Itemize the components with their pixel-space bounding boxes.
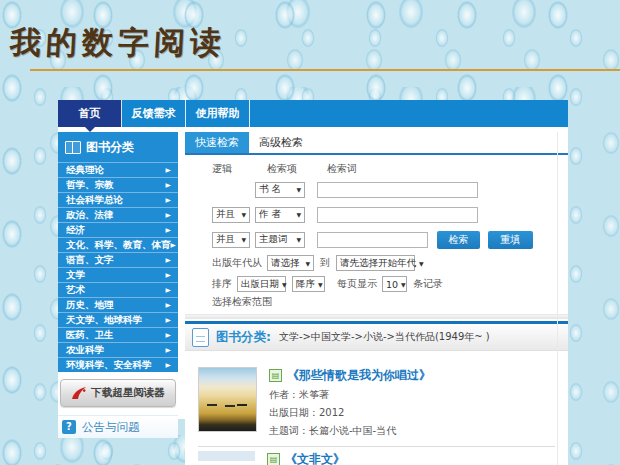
year-to-select[interactable]: 请先选择开始年代▼ bbox=[336, 255, 415, 271]
sidebar-header-label: 图书分类 bbox=[86, 139, 134, 156]
chevron-down-icon: ▼ bbox=[241, 211, 246, 218]
nav-tab-help[interactable]: 使用帮助 bbox=[186, 100, 250, 127]
chevron-right-icon: ▶ bbox=[166, 329, 171, 341]
chevron-right-icon: ▶ bbox=[166, 299, 171, 311]
chevron-down-icon: ▼ bbox=[241, 236, 246, 243]
app-panel: 首页 反馈需求 使用帮助 图书分类 经典理论▶ 哲学、宗教▶ 社会科学总论▶ 政… bbox=[58, 100, 568, 419]
sidebar-item-culture-science-edu-sports[interactable]: 文化、科学、教育、体育▶ bbox=[58, 237, 178, 252]
chevron-right-icon: ▶ bbox=[166, 269, 171, 281]
book-title-link[interactable]: 《那些情歌是我为你唱过》 bbox=[287, 367, 431, 384]
publication-year-row: 出版年代从 请选择▼ 到 请先选择开始年代▼ bbox=[185, 252, 568, 274]
tab-advanced-search[interactable]: 高级检索 bbox=[249, 132, 313, 153]
page-title: 我的数字阅读 bbox=[9, 22, 227, 64]
sidebar-item-history-geography[interactable]: 历史、地理▶ bbox=[58, 297, 178, 312]
sidebar-item-agriculture[interactable]: 农业科学▶ bbox=[58, 342, 178, 357]
chevron-down-icon: ▼ bbox=[318, 281, 323, 288]
sidebar-item-literature[interactable]: 文学▶ bbox=[58, 267, 178, 282]
chevron-down-icon: ▼ bbox=[296, 186, 301, 193]
search-term-input-1[interactable] bbox=[317, 182, 478, 198]
sidebar-header: 图书分类 bbox=[58, 132, 178, 162]
book-cover-thumbnail[interactable] bbox=[198, 451, 255, 461]
book-author: 作者：米筝著 bbox=[269, 388, 431, 402]
top-navbar: 首页 反馈需求 使用帮助 bbox=[58, 100, 568, 127]
gold-divider bbox=[30, 69, 620, 71]
year-from-label: 出版年代从 bbox=[212, 256, 262, 270]
chevron-down-icon: ▼ bbox=[282, 281, 287, 288]
chevron-right-icon: ▶ bbox=[166, 314, 171, 326]
results-header: 图书分类: 文学->中国文学->小说->当代作品(1949年~ ) bbox=[185, 324, 568, 351]
sort-order-select[interactable]: 降序▼ bbox=[292, 276, 325, 292]
quick-search-form: 逻辑 检索项 检索词 书 名▼ 并且▼ 作 者▼ 并且▼ 主题词▼ bbox=[185, 155, 568, 310]
sidebar-item-language[interactable]: 语言、文字▶ bbox=[58, 252, 178, 267]
search-term-input-3[interactable] bbox=[317, 232, 428, 248]
book-cover-thumbnail[interactable] bbox=[198, 367, 257, 432]
read-online-icon[interactable]: ▤ bbox=[267, 453, 280, 465]
scope-link[interactable]: 选择检索范围 bbox=[212, 295, 272, 309]
year-from-select[interactable]: 请选择▼ bbox=[267, 255, 314, 271]
download-reader-label: 下载超星阅读器 bbox=[91, 386, 165, 400]
sidebar-item-economy[interactable]: 经济▶ bbox=[58, 222, 178, 237]
chevron-down-icon: ▼ bbox=[296, 211, 301, 218]
chevron-right-icon: ▶ bbox=[166, 284, 171, 296]
sidebar-item-social-science[interactable]: 社会科学总论▶ bbox=[58, 192, 178, 207]
book-list: ▤ 《那些情歌是我为你唱过》 作者：米筝著 出版日期：2012 主题词：长篇小说… bbox=[185, 351, 568, 465]
read-online-icon[interactable]: ▤ bbox=[269, 369, 282, 382]
chevron-right-icon: ▶ bbox=[166, 359, 171, 371]
field-select-subject[interactable]: 主题词▼ bbox=[255, 232, 305, 248]
search-row-1: 书 名▼ bbox=[185, 177, 568, 202]
logic-select-3[interactable]: 并且▼ bbox=[212, 232, 250, 248]
search-term-input-2[interactable] bbox=[317, 207, 478, 223]
logic-column-header: 逻辑 bbox=[212, 162, 267, 176]
chevron-right-icon: ▶ bbox=[166, 209, 171, 221]
nav-tab-feedback[interactable]: 反馈需求 bbox=[122, 100, 186, 127]
book-pub-date: 出版日期：2012 bbox=[269, 406, 431, 420]
question-icon: ? bbox=[62, 420, 76, 434]
year-to-label: 到 bbox=[320, 256, 330, 270]
chevron-down-icon: ▼ bbox=[401, 281, 406, 288]
main-content: 快速检索 高级检索 逻辑 检索项 检索词 书 名▼ 并且▼ 作 者▼ bbox=[185, 132, 568, 465]
sidebar-item-art[interactable]: 艺术▶ bbox=[58, 282, 178, 297]
sort-by-select[interactable]: 出版日期▼ bbox=[237, 276, 286, 292]
chevron-right-icon: ▶ bbox=[166, 224, 171, 236]
sidebar-item-classic-theory[interactable]: 经典理论▶ bbox=[58, 162, 178, 177]
field-select-title[interactable]: 书 名▼ bbox=[255, 182, 305, 198]
sidebar-item-environment-safety[interactable]: 环境科学、安全科学▶ bbox=[58, 357, 178, 372]
list-item: ▤ 《那些情歌是我为你唱过》 作者：米筝著 出版日期：2012 主题词：长篇小说… bbox=[198, 367, 568, 438]
sidebar-item-politics-law[interactable]: 政治、法律▶ bbox=[58, 207, 178, 222]
chevron-right-icon: ▶ bbox=[166, 179, 171, 191]
search-row-3: 并且▼ 主题词▼ 检索 重填 bbox=[185, 227, 568, 252]
search-tabs: 快速检索 高级检索 bbox=[185, 132, 568, 155]
results-category-label: 图书分类: bbox=[216, 329, 271, 346]
document-icon bbox=[192, 328, 209, 347]
chevron-right-icon: ▶ bbox=[166, 344, 171, 356]
book-icon bbox=[65, 141, 81, 154]
list-item: ▤ 《文非文》 bbox=[198, 451, 568, 465]
content-right-divider bbox=[557, 132, 558, 465]
chevron-right-icon: ▶ bbox=[166, 164, 171, 176]
search-button[interactable]: 检索 bbox=[437, 231, 480, 249]
book-subject: 主题词：长篇小说-中国-当代 bbox=[269, 424, 431, 438]
search-row-2: 并且▼ 作 者▼ bbox=[185, 202, 568, 227]
chevron-right-icon: ▶ bbox=[166, 194, 171, 206]
field-select-author[interactable]: 作 者▼ bbox=[255, 207, 305, 223]
sidebar: 图书分类 经典理论▶ 哲学、宗教▶ 社会科学总论▶ 政治、法律▶ 经济▶ 文化、… bbox=[58, 132, 178, 465]
chevron-right-icon: ▶ bbox=[166, 254, 171, 266]
sort-label: 排序 bbox=[212, 277, 232, 291]
chevron-down-icon: ▼ bbox=[419, 260, 424, 267]
book-title-link[interactable]: 《文非文》 bbox=[285, 451, 345, 465]
per-page-label: 每页显示 bbox=[337, 277, 377, 291]
sidebar-item-astronomy-earth[interactable]: 天文学、地球科学▶ bbox=[58, 312, 178, 327]
sidebar-item-philosophy-religion[interactable]: 哲学、宗教▶ bbox=[58, 177, 178, 192]
sidebar-item-medicine-health[interactable]: 医药、卫生▶ bbox=[58, 327, 178, 342]
chevron-down-icon: ▼ bbox=[305, 260, 310, 267]
chevron-right-icon: ▶ bbox=[171, 239, 176, 251]
per-page-select[interactable]: 10▼ bbox=[382, 276, 407, 292]
reset-button[interactable]: 重填 bbox=[488, 231, 533, 249]
download-reader-button[interactable]: 下载超星阅读器 bbox=[60, 379, 176, 407]
term-column-header: 检索词 bbox=[327, 162, 357, 176]
tab-quick-search[interactable]: 快速检索 bbox=[185, 132, 249, 153]
logic-select-2[interactable]: 并且▼ bbox=[212, 207, 250, 223]
nav-tab-home[interactable]: 首页 bbox=[58, 100, 122, 127]
notice-label: 公告与问题 bbox=[82, 420, 140, 435]
notice-bar[interactable]: ? 公告与问题 bbox=[58, 415, 178, 438]
